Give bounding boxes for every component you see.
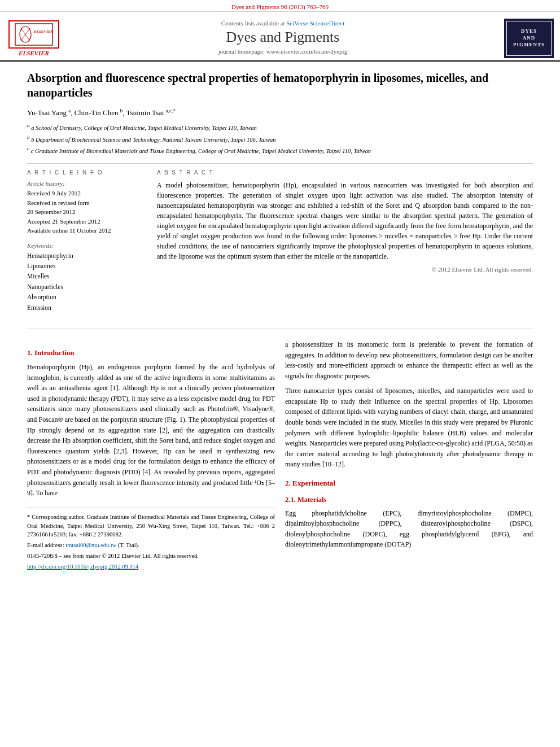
keyword-6: Emission <box>27 303 146 313</box>
elsevier-text: ELSEVIER <box>19 50 49 56</box>
online-date: Available online 11 October 2012 <box>27 226 146 235</box>
body-columns: 1. Introduction Hematoporphyrin (Hp), an… <box>27 339 533 573</box>
copyright-line: © 2012 Elsevier Ltd. All rights reserved… <box>157 266 533 273</box>
sciverse-line: Contents lists available at SciVerse Sci… <box>221 20 344 27</box>
author-tsai: Tsuimin Tsai a,c,* <box>126 108 176 117</box>
elsevier-logo: ELSEVIER ELSEVIER <box>8 20 59 56</box>
right-col-p1: a photosensitizer in its monomeric form … <box>285 339 533 381</box>
affiliations: a a School of Dentistry, College of Oral… <box>27 122 533 155</box>
materials-heading: 2.1. Materials <box>285 495 533 505</box>
article-history-label: Article history: <box>27 180 146 187</box>
right-col-p2: Three nanocarrier types consist of lipos… <box>285 386 533 470</box>
journal-title: Dyes and Pigments <box>226 29 340 46</box>
svg-rect-0 <box>15 24 53 45</box>
dyes-pigments-box-inner: DYESANDPIGMENTS <box>506 21 552 56</box>
elsevier-icon-box: ELSEVIER <box>8 20 59 49</box>
affil-c: c c Graduate Institute of Biomedical Mat… <box>27 145 533 155</box>
keyword-1: Hematoporphyrin <box>27 251 146 261</box>
journal-logo-right: DYESANDPIGMENTS <box>498 16 560 60</box>
article-info-label: A R T I C L E I N F O <box>27 169 146 176</box>
footnote-email: E-mail address: tmtsai00@mu.edu.tw (T. T… <box>27 541 275 550</box>
svg-text:ELSEVIER: ELSEVIER <box>33 29 54 34</box>
footnote-doi[interactable]: http://dx.doi.org/10.1016/j.dyepig.2012.… <box>27 562 275 571</box>
received-date: Received 9 July 2012 <box>27 189 146 198</box>
keyword-4: Nanoparticles <box>27 282 146 292</box>
email-link[interactable]: tmtsai00@mu.edu.tw <box>65 542 116 548</box>
dyes-box-text: DYESANDPIGMENTS <box>513 28 545 48</box>
affil-a: a a School of Dentistry, College of Oral… <box>27 122 533 132</box>
revised-label: Received in revised form <box>27 198 146 208</box>
body-divider <box>27 329 533 329</box>
page: Dyes and Pigments 96 (2013) 763–769 ELSE… <box>0 0 560 747</box>
keywords-block: Keywords: Hematoporphyrin Liposomes Mice… <box>27 242 146 313</box>
materials-p1: Egg phosphatidylcholine (EPC), dimyristo… <box>285 508 533 550</box>
affil-b: b b Department of Biochemical Science an… <box>27 134 533 144</box>
article-info-column: A R T I C L E I N F O Article history: R… <box>27 169 146 320</box>
dyes-pigments-logo: DYESANDPIGMENTS <box>504 19 554 58</box>
keyword-2: Liposomes <box>27 261 146 271</box>
journal-homepage: journal homepage: www.elsevier.com/locat… <box>218 48 347 55</box>
author-chen: Chin-Tin Chen b, <box>75 108 125 117</box>
journal-reference-bar: Dyes and Pigments 96 (2013) 763–769 <box>0 0 560 12</box>
sciverse-link[interactable]: SciVerse ScienceDirect <box>286 20 344 27</box>
article-history-block: Article history: Received 9 July 2012 Re… <box>27 180 146 235</box>
journal-ref-text: Dyes and Pigments 96 (2013) 763–769 <box>231 3 329 10</box>
body-left-column: 1. Introduction Hematoporphyrin (Hp), an… <box>27 339 275 573</box>
authors-line: Yu-Tsai Yang a, Chin-Tin Chen b, Tsuimin… <box>27 108 533 117</box>
abstract-column: A B S T R A C T A model photosensitizer,… <box>157 169 533 320</box>
keyword-3: Micelles <box>27 271 146 281</box>
such-text: such <box>183 405 196 413</box>
header-divider <box>27 163 533 164</box>
revised-date: 20 September 2012 <box>27 207 146 217</box>
doi-link[interactable]: http://dx.doi.org/10.1016/j.dyepig.2012.… <box>27 563 138 570</box>
footnote-issn: 0143-7208/$ – see front matter © 2012 El… <box>27 552 275 561</box>
article-content: Absorption and fluorescence spectral pro… <box>0 62 560 582</box>
abstract-label: A B S T R A C T <box>157 169 533 176</box>
elsevier-logo-section: ELSEVIER ELSEVIER <box>0 16 68 60</box>
footnote-corresponding: * Corresponding author. Graduate Institu… <box>27 513 275 539</box>
journal-title-section: Contents lists available at SciVerse Sci… <box>68 16 498 60</box>
info-abstract-section: A R T I C L E I N F O Article history: R… <box>27 169 533 320</box>
body-right-column: a photosensitizer in its monomeric form … <box>285 339 533 573</box>
keywords-label: Keywords: <box>27 242 146 249</box>
intro-heading: 1. Introduction <box>27 347 275 359</box>
keywords-list: Hematoporphyrin Liposomes Micelles Nanop… <box>27 251 146 313</box>
accepted-date: Accepted 21 September 2012 <box>27 217 146 226</box>
intro-paragraph-1: Hematoporphyrin (Hp), an endogenous porp… <box>27 362 275 499</box>
experimental-heading: 2. Experimental <box>285 478 533 489</box>
abstract-text: A model photosensitizer, hematoporphyrin… <box>157 180 533 261</box>
journal-header: ELSEVIER ELSEVIER Contents lists availab… <box>0 12 560 62</box>
keyword-5: Absorption <box>27 292 146 302</box>
footnote-section: * Corresponding author. Graduate Institu… <box>27 508 275 571</box>
article-title: Absorption and fluorescence spectral pro… <box>27 71 533 100</box>
author-yang: Yu-Tsai Yang a, <box>27 108 72 117</box>
absorption-text: absorption <box>72 436 101 444</box>
